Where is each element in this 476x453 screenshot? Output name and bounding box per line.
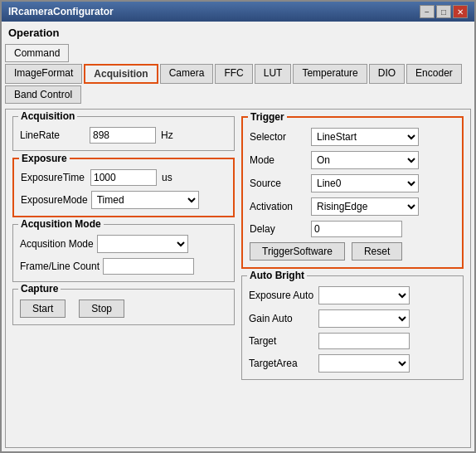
window-title: IRcameraConfigurator [8, 6, 114, 17]
content-area: Operation Command ImageFormat Acquisitio… [2, 22, 474, 451]
capture-group: Capture Start Stop [12, 289, 235, 325]
acqmode-select[interactable] [97, 235, 188, 253]
selector-select[interactable]: LineStart FrameStart AcquisitionStart [311, 128, 419, 146]
acquisition-group-title: Acquisition [18, 110, 77, 122]
tab-camera[interactable]: Camera [160, 64, 214, 84]
trigger-mode-row: Mode On Off [250, 151, 455, 169]
exposuremode-label: ExposureMode [21, 194, 88, 206]
trigger-buttons-row: TriggerSoftware Reset [250, 242, 455, 261]
exposuremode-select[interactable]: Timed TriggerWidth Off [91, 191, 199, 209]
exposuretime-input[interactable] [90, 169, 157, 186]
framecount-row: Frame/Line Count [20, 258, 227, 275]
trigger-mode-select[interactable]: On Off [311, 151, 419, 169]
tab-dio[interactable]: DIO [369, 64, 405, 84]
acqmode-group: Acqusition Mode Acqusition Mode Frame/Li… [12, 224, 235, 282]
autobright-group-title: Auto Bright [247, 270, 307, 281]
minimize-button[interactable]: − [420, 5, 435, 18]
tab-encoder[interactable]: Encoder [406, 64, 462, 84]
capture-buttons-row: Start Stop [20, 300, 227, 318]
close-button[interactable]: ✕ [453, 5, 468, 18]
gainauto-label: Gain Auto [249, 313, 315, 324]
linerate-label: LineRate [20, 129, 86, 141]
exposureauto-select[interactable] [318, 286, 410, 304]
trigger-mode-label: Mode [250, 154, 308, 166]
linerate-row: LineRate Hz [20, 127, 227, 144]
target-row: Target [249, 333, 456, 349]
tab-imageformat[interactable]: ImageFormat [5, 64, 82, 84]
start-button[interactable]: Start [20, 300, 66, 318]
targetarea-label: TargetArea [249, 358, 315, 369]
exposuretime-label: ExposureTime [21, 172, 87, 183]
acquisition-group: Acquisition LineRate Hz [12, 116, 235, 151]
target-label: Target [249, 335, 315, 347]
source-select[interactable]: Line0 Line1 Software [311, 174, 419, 192]
exposure-group: Exposure ExposureTime us ExposureMode Ti… [12, 158, 235, 217]
tab-command[interactable]: Command [5, 44, 69, 62]
tab-ffc[interactable]: FFC [215, 64, 252, 84]
trigger-group: Trigger Selector LineStart FrameStart Ac… [241, 116, 464, 269]
tab-lut[interactable]: LUT [255, 64, 292, 84]
target-input[interactable] [318, 333, 410, 349]
trigger-group-title: Trigger [248, 111, 287, 123]
targetarea-row: TargetArea [249, 354, 456, 373]
capture-group-title: Capture [18, 283, 61, 295]
targetarea-select[interactable] [318, 354, 410, 373]
activation-label: Activation [250, 201, 308, 212]
acqmode-row: Acqusition Mode [20, 235, 227, 253]
tabs-row: ImageFormat Acquisition Camera FFC LUT T… [5, 64, 471, 105]
exposure-group-title: Exposure [19, 153, 70, 164]
acqmode-group-title: Acqusition Mode [18, 218, 104, 230]
delay-input[interactable] [311, 221, 402, 237]
framecount-input[interactable] [103, 258, 194, 275]
reset-button[interactable]: Reset [352, 242, 402, 261]
exposuretime-unit: us [162, 172, 172, 183]
operation-label: Operation [5, 25, 471, 41]
stop-button[interactable]: Stop [79, 300, 124, 318]
selector-row: Selector LineStart FrameStart Acquisitio… [250, 128, 455, 146]
delay-label: Delay [250, 223, 308, 235]
source-row: Source Line0 Line1 Software [250, 174, 455, 192]
maximize-button[interactable]: □ [436, 5, 451, 18]
left-panel: Acquisition LineRate Hz Exposure Exposur… [12, 116, 235, 441]
main-window: IRcameraConfigurator − □ ✕ Operation Com… [0, 0, 476, 453]
exposuremode-row: ExposureMode Timed TriggerWidth Off [21, 191, 226, 209]
selector-label: Selector [250, 131, 308, 143]
autobright-group: Auto Bright Exposure Auto Gain Auto [241, 275, 464, 380]
source-label: Source [250, 178, 308, 189]
activation-select[interactable]: RisingEdge FallingEdge AnyEdge [311, 197, 419, 216]
framecount-label: Frame/Line Count [20, 261, 100, 272]
activation-row: Activation RisingEdge FallingEdge AnyEdg… [250, 197, 455, 216]
tab-acquisition[interactable]: Acquisition [84, 64, 158, 84]
exposuretime-row: ExposureTime us [21, 169, 226, 186]
main-panel: Acquisition LineRate Hz Exposure Exposur… [5, 109, 471, 448]
gainauto-select[interactable] [318, 309, 410, 328]
tab-bandcontrol[interactable]: Band Control [5, 85, 81, 104]
title-bar: IRcameraConfigurator − □ ✕ [2, 2, 474, 22]
triggersoftware-button[interactable]: TriggerSoftware [250, 242, 345, 261]
title-bar-controls: − □ ✕ [420, 5, 468, 18]
delay-row: Delay [250, 221, 455, 237]
linerate-input[interactable] [90, 127, 156, 144]
linerate-unit: Hz [161, 129, 173, 141]
right-panel: Trigger Selector LineStart FrameStart Ac… [241, 116, 464, 441]
acqmode-label: Acqusition Mode [20, 238, 94, 250]
exposureauto-row: Exposure Auto [249, 286, 456, 304]
tab-temperature[interactable]: Temperature [293, 64, 367, 84]
gainauto-row: Gain Auto [249, 309, 456, 328]
exposureauto-label: Exposure Auto [249, 290, 315, 301]
